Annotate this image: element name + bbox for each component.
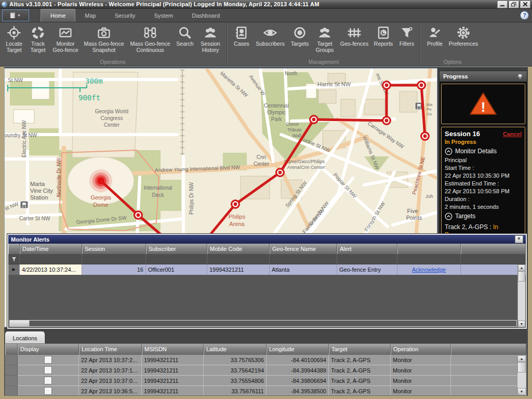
map-label: St NW: [8, 77, 23, 83]
locations-header-row: Display Location Time MSISDN Latitude Lo…: [5, 344, 526, 355]
cases-button[interactable]: Cases: [231, 25, 252, 47]
filter-cell[interactable]: [146, 254, 207, 264]
track-waypoint[interactable]: [420, 131, 430, 141]
close-button[interactable]: [520, 1, 530, 8]
monitor-alerts-titlebar[interactable]: Monitor Alerts ×: [8, 235, 526, 244]
track-target-button[interactable]: Track Target: [26, 25, 49, 53]
column-header[interactable]: Display: [18, 344, 79, 355]
column-header[interactable]: Operation: [391, 344, 451, 355]
display-checkbox[interactable]: [44, 377, 52, 384]
help-button[interactable]: ?: [520, 11, 529, 20]
cancel-link[interactable]: Cancel: [503, 130, 522, 138]
filter-cell[interactable]: [270, 254, 337, 264]
filter-cell[interactable]: [20, 254, 82, 264]
column-header[interactable]: Target: [329, 344, 391, 355]
alerts-filter-row: [8, 254, 526, 264]
alerts-vertical-scrollbar[interactable]: ▲ ▼: [517, 264, 525, 327]
location-row[interactable]: 22 Apr 2013 10:36:5... 19994321211 33.75…: [5, 386, 526, 396]
targets-toggle[interactable]: Targets: [445, 212, 522, 220]
restore-button[interactable]: [509, 1, 519, 8]
reports-button[interactable]: Reports: [371, 25, 395, 47]
quick-access-button[interactable]: ▼: [2, 9, 29, 21]
track-waypoint[interactable]: [382, 116, 391, 125]
column-header[interactable]: [451, 344, 526, 355]
column-header[interactable]: Subscriber: [146, 244, 207, 254]
map-label: International: [143, 185, 172, 191]
display-checkbox[interactable]: [44, 366, 52, 374]
target: Track 2, A-GPS: [329, 376, 391, 386]
tab-map[interactable]: Map: [75, 9, 105, 22]
preferences-button[interactable]: Preferences: [446, 25, 481, 47]
column-header[interactable]: Longitude: [267, 344, 329, 355]
latitude: 33.75676111: [204, 386, 267, 396]
location-row[interactable]: 22 Apr 2013 10:37:2... 19994321211 33.75…: [5, 355, 526, 365]
mass-geofence-continuous-button[interactable]: Mass Geo-fence Continuous: [127, 25, 173, 53]
column-header[interactable]: Mobile Code: [207, 244, 270, 254]
scrollbar-thumb[interactable]: [10, 321, 30, 326]
document-icon: [10, 12, 15, 18]
map-label: Congress: [101, 115, 123, 121]
track-waypoint[interactable]: [275, 168, 285, 177]
column-header[interactable]: Alert: [337, 244, 397, 254]
alerts-horizontal-scrollbar[interactable]: [9, 320, 517, 327]
track-waypoint[interactable]: [231, 200, 240, 209]
scroll-up-arrow[interactable]: ▲: [518, 264, 525, 271]
track-waypoint[interactable]: [309, 115, 318, 124]
map-label: Harris St NW: [317, 81, 351, 87]
minimize-button[interactable]: [497, 1, 508, 8]
scrollbar-thumb[interactable]: [517, 362, 526, 373]
location-row[interactable]: 22 Apr 2013 10:37:0... 19994321211 33.75…: [5, 376, 526, 386]
filter-cell[interactable]: [207, 254, 270, 264]
target-groups-button[interactable]: Target Groups: [312, 25, 337, 53]
locate-target-button[interactable]: Locate Target: [3, 25, 25, 53]
resize-grip[interactable]: [519, 388, 526, 395]
locate-target-icon: [6, 25, 22, 41]
track-waypoint[interactable]: [417, 81, 426, 90]
scroll-up-arrow[interactable]: ▲: [517, 355, 526, 362]
display-checkbox[interactable]: [44, 356, 52, 364]
monitor-alerts-close-button[interactable]: ×: [515, 235, 523, 243]
alert-row[interactable]: ▶ 4/22/2013 10:37:24... 16 Officer001 19…: [8, 264, 526, 275]
acknowledge-link[interactable]: Acknowledge: [400, 264, 458, 275]
mass-geofence-snapshot-button[interactable]: Mass Geo-fence Snapshot: [82, 25, 126, 53]
search-button[interactable]: Search: [174, 25, 196, 47]
filter-cell[interactable]: [337, 254, 397, 264]
latitude: 33.75765306: [204, 355, 267, 365]
session-history-button[interactable]: Session History: [197, 25, 224, 53]
filter-cell[interactable]: [461, 254, 526, 264]
filters-button[interactable]: Filters: [396, 25, 417, 47]
tab-dashboard[interactable]: Dashboard: [182, 9, 229, 22]
tab-security[interactable]: Security: [105, 9, 145, 22]
location-row[interactable]: 22 Apr 2013 10:37:1... 19994321211 33.75…: [5, 365, 526, 376]
track-waypoint[interactable]: [382, 81, 391, 90]
map-label: Centennial: [264, 103, 289, 109]
monitor-details-toggle[interactable]: Monitor Details: [445, 148, 522, 155]
scrollbar-thumb[interactable]: [518, 271, 525, 282]
alert-session: 16: [82, 264, 146, 275]
profile-button[interactable]: Profile: [424, 25, 445, 47]
map-label: Vine City: [30, 188, 53, 194]
tab-system[interactable]: System: [145, 9, 183, 22]
monitor-geofence-button[interactable]: Monitor Geo-fence: [50, 25, 81, 53]
column-header[interactable]: [461, 244, 526, 254]
column-header[interactable]: Session: [82, 244, 146, 254]
filter-cell[interactable]: [82, 254, 146, 264]
tab-locations[interactable]: Locations: [5, 331, 45, 344]
column-header[interactable]: [397, 244, 461, 254]
target-location-marker[interactable]: [89, 169, 112, 192]
column-header[interactable]: MSISDN: [142, 344, 204, 355]
column-header[interactable]: Date/Time: [20, 244, 82, 254]
subscribers-button[interactable]: Subscribers: [253, 25, 287, 47]
filter-cell[interactable]: [397, 254, 461, 264]
geofences-button[interactable]: Geo-fences: [338, 25, 370, 47]
column-header[interactable]: Location Time: [79, 344, 142, 355]
column-header[interactable]: Latitude: [204, 344, 267, 355]
display-checkbox[interactable]: [44, 387, 52, 395]
column-header[interactable]: Geo-fence Name: [270, 244, 337, 254]
targets-button[interactable]: Targets: [288, 25, 311, 47]
tab-home[interactable]: Home: [41, 9, 75, 22]
track-waypoint[interactable]: [134, 210, 143, 220]
scroll-down-arrow[interactable]: ▼: [518, 321, 525, 327]
pin-icon[interactable]: [517, 74, 523, 79]
altus-application-window: Altus v3.10.001 - Polaris Wireless - Wel…: [0, 0, 532, 399]
